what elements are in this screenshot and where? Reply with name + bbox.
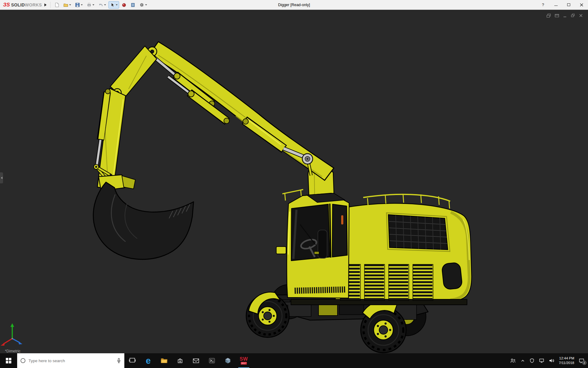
new-document-button[interactable] (53, 1, 61, 9)
action-center-button[interactable]: 2 (579, 358, 584, 363)
cube-app-button[interactable] (220, 353, 236, 368)
close-button[interactable] (575, 0, 588, 10)
clock-date: 7/11/2018 (559, 361, 574, 365)
new-window-icon[interactable] (555, 13, 559, 18)
stick-arm[interactable] (94, 46, 157, 192)
titlebar: ЗS SOLID WORKS (0, 0, 588, 10)
maximize-button[interactable] (562, 0, 575, 10)
dropdown-arrow-icon[interactable] (104, 4, 106, 6)
view-orientation-label: *Dimetric (5, 349, 21, 353)
window-controls: ? (537, 0, 588, 10)
terminal-icon (208, 357, 216, 364)
solidworks-logo: ЗS SOLID WORKS (0, 2, 42, 8)
document-window-controls (546, 13, 583, 18)
save-icon (75, 2, 80, 7)
design-binder-icon (130, 2, 135, 7)
save-button[interactable] (74, 1, 84, 9)
bucket[interactable] (93, 175, 194, 259)
select-cursor-icon (110, 2, 115, 7)
shield-icon (530, 358, 534, 363)
toolbar-separator (50, 2, 51, 8)
close-icon (580, 3, 583, 7)
security-tray-button[interactable] (530, 358, 534, 363)
people-button[interactable] (510, 358, 516, 363)
undo-button[interactable] (97, 1, 107, 9)
xpress-products-button[interactable] (120, 1, 128, 9)
clock[interactable]: 12:44 PM 7/11/2018 (559, 356, 574, 365)
start-button[interactable] (0, 353, 17, 368)
boom-arm[interactable] (148, 42, 334, 207)
solidworks-year-badge: 2017 (241, 362, 247, 365)
options-button[interactable] (138, 1, 149, 9)
dropdown-arrow-icon[interactable] (69, 4, 71, 6)
print-icon (87, 2, 92, 7)
select-tool-button[interactable] (108, 1, 119, 9)
display-tray-button[interactable] (539, 358, 544, 363)
close-doc-icon[interactable] (579, 13, 583, 18)
dropdown-arrow-icon[interactable] (81, 4, 83, 6)
hidden-icons-button[interactable] (521, 358, 525, 363)
minimize-doc-icon[interactable] (563, 13, 567, 18)
speaker-icon (549, 358, 554, 363)
mail-button[interactable] (188, 353, 204, 368)
notification-badge: 2 (582, 361, 586, 365)
dropdown-arrow-icon[interactable] (116, 4, 118, 6)
taskbar: e SW 2017 (0, 353, 588, 368)
mail-icon (192, 357, 200, 364)
terminal-button[interactable] (204, 353, 220, 368)
excavator-model[interactable] (0, 10, 588, 353)
search-input[interactable] (28, 358, 114, 363)
people-icon (510, 358, 516, 363)
cab[interactable] (276, 193, 349, 298)
monitor-icon (539, 358, 544, 363)
windows-logo-icon (6, 358, 11, 363)
volume-button[interactable] (549, 358, 554, 363)
undo-icon (98, 2, 103, 7)
print-button[interactable] (85, 1, 96, 9)
logo-works-text: WORKS (25, 2, 42, 7)
edge-button[interactable]: e (140, 353, 156, 368)
system-tray: 12:44 PM 7/11/2018 2 (510, 353, 588, 368)
quick-access-toolbar (53, 1, 149, 9)
design-binder-button[interactable] (129, 1, 137, 9)
cube-app-icon (224, 357, 232, 364)
help-button[interactable]: ? (537, 0, 549, 10)
clock-time: 12:44 PM (559, 356, 574, 361)
dropdown-arrow-icon[interactable] (145, 4, 147, 6)
collapse-arrow-icon (1, 177, 2, 179)
store-icon (176, 357, 184, 364)
file-explorer-button[interactable] (156, 353, 172, 368)
cortana-search-icon (20, 358, 26, 363)
dassault-logo-icon: ЗS (3, 2, 10, 8)
open-icon (63, 2, 68, 7)
restore-doc-icon[interactable] (571, 13, 575, 18)
open-button[interactable] (62, 1, 73, 9)
file-explorer-icon (160, 357, 168, 364)
minimize-button[interactable] (549, 0, 562, 10)
dropdown-arrow-icon[interactable] (92, 4, 94, 6)
solidworks-icon: SW (240, 357, 248, 362)
maximize-icon (567, 3, 570, 6)
menu-expand-arrow-icon[interactable] (44, 3, 47, 6)
hidden-icons-chevron (521, 358, 525, 363)
xpress-sphere-icon (122, 2, 126, 7)
hydraulic-cylinders[interactable] (153, 56, 313, 175)
taskbar-search[interactable] (17, 353, 124, 368)
orientation-triad (1, 323, 22, 346)
new-document-icon (55, 2, 59, 7)
logo-solid-text: SOLID (11, 2, 25, 7)
graphics-viewport[interactable]: *Dimetric (0, 10, 588, 353)
solidworks-app-button[interactable]: SW 2017 (236, 353, 252, 368)
minimize-icon (554, 6, 558, 6)
task-view-icon (129, 357, 136, 364)
edge-icon: e (146, 356, 151, 365)
task-view-button[interactable] (124, 353, 140, 368)
store-button[interactable] (172, 353, 188, 368)
cascade-windows-icon[interactable] (546, 13, 551, 18)
microphone-icon[interactable] (116, 358, 121, 363)
options-gear-icon (139, 2, 144, 7)
engine-grille[interactable] (386, 213, 450, 251)
panel-collapse-tab[interactable] (0, 172, 3, 183)
